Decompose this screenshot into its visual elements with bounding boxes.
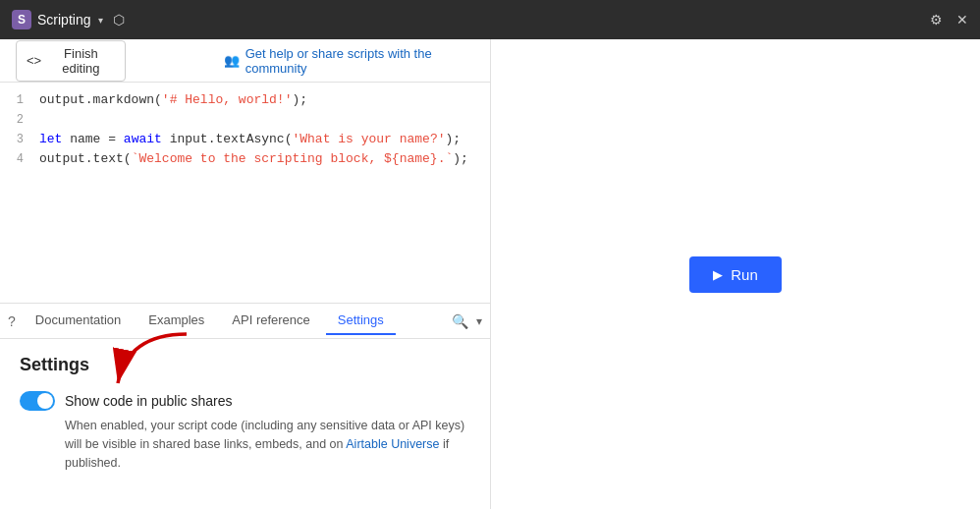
main-layout: <> Finish editing 👥 Get help or share sc…: [0, 39, 980, 509]
code-line-2: 2: [0, 110, 490, 130]
run-label: Run: [731, 266, 758, 283]
line-number-1: 1: [0, 90, 31, 110]
community-icon: 👥: [224, 53, 240, 68]
line-number-4: 4: [0, 149, 31, 169]
community-link[interactable]: 👥 Get help or share scripts with the com…: [224, 46, 474, 76]
app-icon: S: [12, 10, 31, 29]
line-content-3: let name = await input.textAsync('What i…: [31, 130, 490, 149]
code-icon: <>: [27, 53, 41, 68]
settings-title: Settings: [20, 355, 470, 375]
tab-settings[interactable]: Settings: [326, 307, 396, 335]
tabs-right: 🔍 ▾: [452, 313, 482, 329]
finish-editing-button[interactable]: <> Finish editing: [16, 40, 126, 82]
help-icon[interactable]: ?: [8, 313, 16, 329]
line-content-4: output.text(`Welcome to the scripting bl…: [31, 149, 490, 169]
finish-editing-label: Finish editing: [47, 46, 114, 76]
play-icon: ▶: [713, 267, 723, 282]
tab-api-reference[interactable]: API reference: [220, 307, 322, 335]
tab-examples[interactable]: Examples: [136, 307, 216, 335]
bottom-panel: ? Documentation Examples API reference S…: [0, 303, 490, 509]
settings-icon[interactable]: ⚙: [930, 12, 943, 28]
tab-documentation[interactable]: Documentation: [24, 307, 133, 335]
close-icon[interactable]: ✕: [956, 12, 968, 28]
titlebar: S Scripting ▾ ⬡ ⚙ ✕: [0, 0, 980, 39]
dropdown-icon[interactable]: ▾: [98, 15, 103, 26]
code-editor[interactable]: 1 output.markdown('# Hello, world!'); 2 …: [0, 83, 490, 303]
line-number-2: 2: [0, 110, 31, 130]
line-content-1: output.markdown('# Hello, world!');: [31, 90, 490, 110]
airtable-universe-link[interactable]: Airtable Universe: [346, 437, 439, 451]
code-line: 1 output.markdown('# Hello, world!');: [0, 90, 490, 110]
left-panel-wrapper: <> Finish editing 👥 Get help or share sc…: [0, 39, 491, 509]
line-number-3: 3: [0, 130, 31, 149]
search-icon[interactable]: 🔍: [452, 313, 468, 329]
community-label: Get help or share scripts with the commu…: [245, 46, 474, 76]
export-icon[interactable]: ⬡: [113, 12, 125, 28]
settings-description: When enabled, your script code (includin…: [65, 417, 470, 472]
code-line-3: 3 let name = await input.textAsync('What…: [0, 130, 490, 149]
right-panel: ▶ Run: [491, 39, 980, 509]
code-line-4: 4 output.text(`Welcome to the scripting …: [0, 149, 490, 169]
app-title: Scripting: [37, 12, 90, 28]
settings-content: Settings Show code in public shares When…: [0, 339, 490, 509]
titlebar-right: ⚙ ✕: [930, 12, 968, 28]
show-code-toggle[interactable]: [20, 391, 55, 411]
toolbar: <> Finish editing 👥 Get help or share sc…: [0, 39, 490, 83]
titlebar-left: S Scripting ▾ ⬡: [12, 10, 125, 29]
toggle-label: Show code in public shares: [65, 393, 232, 409]
chevron-down-icon[interactable]: ▾: [476, 314, 482, 328]
run-button[interactable]: ▶ Run: [689, 256, 782, 293]
toggle-row: Show code in public shares: [20, 391, 470, 411]
tabs-bar: ? Documentation Examples API reference S…: [0, 304, 490, 339]
